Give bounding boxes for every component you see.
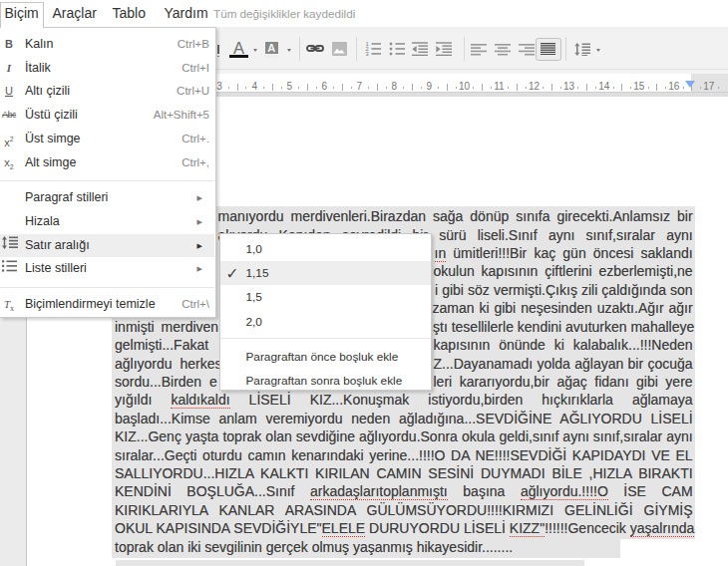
svg-text:3: 3: [365, 51, 368, 56]
